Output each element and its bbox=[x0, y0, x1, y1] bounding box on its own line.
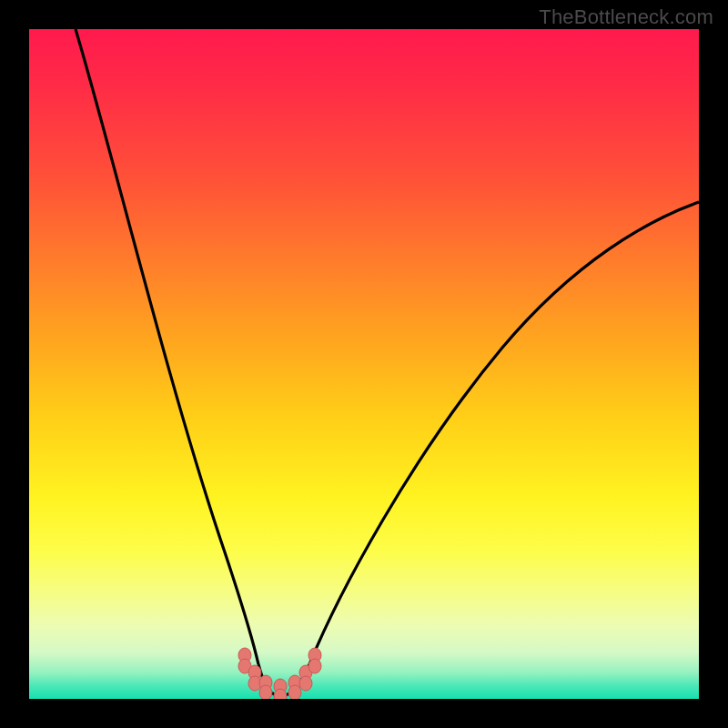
frame-left bbox=[0, 0, 29, 728]
svg-point-13 bbox=[308, 659, 321, 673]
curve-right-branch bbox=[309, 202, 699, 664]
svg-point-5 bbox=[259, 685, 272, 699]
marker-7 bbox=[308, 648, 321, 673]
plot-area bbox=[29, 29, 699, 699]
marker-5 bbox=[288, 675, 301, 699]
frame-bottom bbox=[0, 699, 728, 728]
bottleneck-curve bbox=[29, 29, 699, 699]
svg-point-11 bbox=[299, 676, 312, 691]
watermark-text: TheBottleneck.com bbox=[539, 5, 713, 29]
marker-2 bbox=[248, 665, 261, 691]
frame-right bbox=[699, 0, 728, 728]
marker-group bbox=[238, 648, 321, 699]
marker-3 bbox=[259, 675, 272, 699]
svg-point-7 bbox=[274, 689, 287, 699]
svg-point-9 bbox=[288, 685, 301, 699]
curve-left-branch bbox=[76, 29, 258, 664]
marker-4 bbox=[274, 679, 287, 699]
